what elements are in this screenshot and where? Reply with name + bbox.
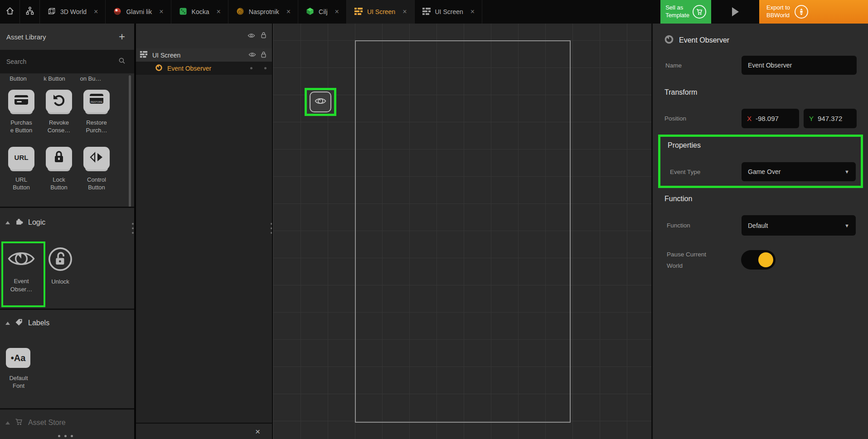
- logic-item-label: Unlock: [40, 278, 81, 286]
- visibility-placeholder-dot[interactable]: [250, 67, 252, 69]
- close-tab-icon[interactable]: ×: [470, 8, 475, 15]
- close-panel-icon[interactable]: ×: [255, 427, 260, 436]
- svg-text:URL: URL: [15, 154, 29, 161]
- ui-screen-icon: [140, 50, 148, 60]
- function-dropdown[interactable]: Default ▼: [742, 215, 856, 236]
- logic-section-header[interactable]: Logic: [0, 216, 134, 229]
- editor-window: 3D World × Glavni lik × Kocka: [0, 0, 868, 439]
- panel-resize-handle[interactable]: [58, 435, 73, 437]
- play-button[interactable]: [723, 0, 747, 24]
- visibility-toggle-icon[interactable]: [248, 52, 256, 59]
- add-asset-button[interactable]: +: [119, 31, 125, 42]
- inspector-panel: Event Observer Name Transform Position X…: [651, 24, 868, 439]
- tab-3d-world[interactable]: 3D World ×: [40, 0, 106, 24]
- panel-drag-handle[interactable]: [132, 223, 134, 234]
- hierarchy-header: [136, 24, 272, 48]
- name-input[interactable]: [748, 62, 850, 69]
- close-tab-icon[interactable]: ×: [335, 8, 339, 15]
- clipped-label: k Button: [36, 75, 73, 82]
- asset-lock-button[interactable]: LockButton: [40, 147, 78, 191]
- tab-glavni-lik[interactable]: Glavni lik ×: [106, 0, 171, 24]
- asset-control-button[interactable]: ControlButton: [78, 147, 116, 191]
- export-to-bbworld-button[interactable]: Export to BBWorld: [759, 0, 868, 24]
- chevron-down-icon: ▼: [844, 169, 849, 174]
- sell-as-template-button[interactable]: Sell as Template: [660, 0, 711, 24]
- sidebar-scrollbar[interactable]: [129, 75, 131, 207]
- event-observer-selection-box[interactable]: [305, 88, 336, 116]
- chevron-down-icon: ▼: [844, 223, 849, 228]
- tab-ui-screen-active[interactable]: UI Screen ×: [347, 0, 415, 24]
- function-value: Default: [748, 222, 768, 229]
- svg-text:RESTORE: RESTORE: [91, 101, 102, 103]
- tab-nasprotnik[interactable]: Nasprotnik ×: [228, 0, 298, 24]
- ui-screen-bounds[interactable]: [355, 40, 571, 423]
- tab-label: Glavni lik: [126, 8, 152, 15]
- tab-cilj[interactable]: Cilj ×: [298, 0, 347, 24]
- asset-default-font[interactable]: •Aa DefaultFont: [6, 348, 31, 390]
- clipped-label: on Bu…: [73, 75, 109, 82]
- search-icon: [118, 57, 126, 67]
- restore-card-icon: RESTORE: [88, 93, 105, 109]
- hierarchy-panel: UI Screen Event Observer: [136, 24, 272, 439]
- asset-revoke-consent[interactable]: RevokeConse…: [40, 90, 78, 134]
- search-input[interactable]: [6, 58, 118, 65]
- canvas-viewport[interactable]: [272, 24, 651, 439]
- hierarchy-row-event-observer[interactable]: Event Observer: [136, 62, 272, 75]
- event-observer-eye-icon: [314, 96, 327, 108]
- inspector-title-text: Event Observer: [679, 36, 729, 44]
- lock-toggle-icon[interactable]: [261, 51, 267, 59]
- play-icon: [732, 7, 739, 16]
- asset-label: LockButton: [40, 176, 78, 191]
- transform-section-title: Transform: [664, 88, 697, 96]
- x-axis-label: X: [747, 115, 752, 122]
- control-arrows-icon: [89, 151, 104, 165]
- close-tab-icon[interactable]: ×: [286, 8, 291, 15]
- asset-url-button[interactable]: URL URLButton: [2, 147, 40, 191]
- position-x-field[interactable]: X -98.097: [742, 109, 799, 128]
- position-y-field[interactable]: Y 947.372: [804, 109, 857, 128]
- event-observer-widget[interactable]: [310, 92, 331, 112]
- pause-current-world-toggle[interactable]: [741, 250, 776, 270]
- labels-section-header[interactable]: Labels: [0, 316, 134, 330]
- asset-purchase-button[interactable]: Purchase Button: [2, 90, 40, 134]
- section-title: Labels: [28, 319, 49, 327]
- logic-item-unlock[interactable]: Unlock: [40, 246, 81, 286]
- hierarchy-row-ui-screen[interactable]: UI Screen: [136, 48, 272, 62]
- url-text-icon: URL: [12, 151, 30, 165]
- close-tab-icon[interactable]: ×: [159, 8, 163, 15]
- tab-kocka[interactable]: Kocka ×: [171, 0, 228, 24]
- asset-label: DefaultFont: [6, 374, 31, 390]
- asset-restore-purchases[interactable]: RESTORE RestorePurch…: [78, 90, 116, 134]
- lock-column-icon[interactable]: [261, 32, 267, 40]
- row-label: UI Screen: [152, 52, 180, 59]
- visibility-column-icon[interactable]: [247, 32, 255, 40]
- asset-search-bar[interactable]: [0, 50, 134, 73]
- credit-card-icon: [13, 93, 29, 109]
- tab-label: UI Screen: [367, 8, 395, 15]
- logic-item-event-observer[interactable]: EventObser…: [1, 246, 42, 294]
- asset-library-panel: Asset Library + Button k Button on Bu…: [0, 24, 134, 439]
- hierarchy-bottom-bar: ×: [136, 423, 272, 439]
- event-observer-eye-icon: [6, 265, 36, 273]
- tab-ui-screen-inactive[interactable]: UI Screen ×: [415, 0, 483, 24]
- name-field[interactable]: [742, 56, 857, 75]
- home-button[interactable]: [0, 0, 20, 24]
- close-tab-icon[interactable]: ×: [217, 8, 221, 15]
- cart-icon: [693, 5, 706, 19]
- event-type-label: Event Type: [670, 169, 700, 175]
- close-tab-icon[interactable]: ×: [402, 8, 407, 15]
- event-type-dropdown[interactable]: Game Over ▼: [742, 162, 856, 181]
- home-icon: [5, 6, 15, 18]
- name-label: Name: [665, 62, 682, 69]
- toggle-knob: [758, 252, 773, 267]
- function-label: Function: [667, 222, 690, 229]
- gold-swirl-icon: [236, 7, 245, 17]
- asset-store-section-header[interactable]: Asset Store: [0, 416, 134, 429]
- section-title: Asset Store: [28, 419, 66, 427]
- lock-placeholder-dot[interactable]: [264, 67, 267, 69]
- scene-tree-button[interactable]: [20, 0, 40, 24]
- ui-screen-icon: [354, 7, 363, 17]
- close-tab-icon[interactable]: ×: [94, 8, 98, 15]
- tab-label: Cilj: [319, 8, 327, 15]
- position-label: Position: [664, 115, 686, 122]
